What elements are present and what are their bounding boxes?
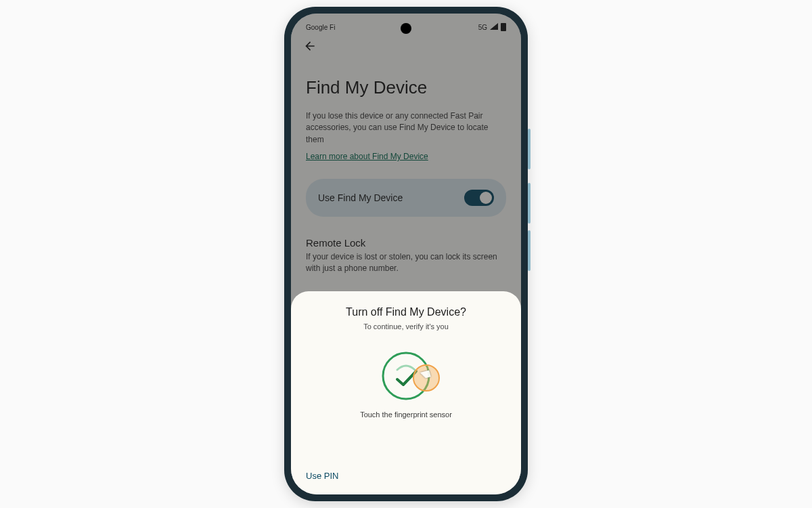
fingerprint-instruction: Touch the fingerprint sensor [304, 410, 508, 419]
confirm-sheet: Turn off Find My Device? To continue, ve… [291, 291, 521, 494]
phone-frame: Google Fi 5G Find My Device If you lose … [284, 7, 528, 501]
fingerprint-graphic [304, 350, 508, 402]
sheet-subtitle: To continue, verify it's you [304, 322, 508, 331]
sheet-footer: Use PIN [304, 467, 508, 485]
sheet-title: Turn off Find My Device? [304, 306, 508, 318]
svg-point-0 [383, 353, 429, 399]
use-pin-button[interactable]: Use PIN [304, 467, 340, 485]
screen: Google Fi 5G Find My Device If you lose … [291, 14, 521, 494]
camera-hole [401, 23, 411, 34]
fingerprint-icon [380, 350, 432, 402]
